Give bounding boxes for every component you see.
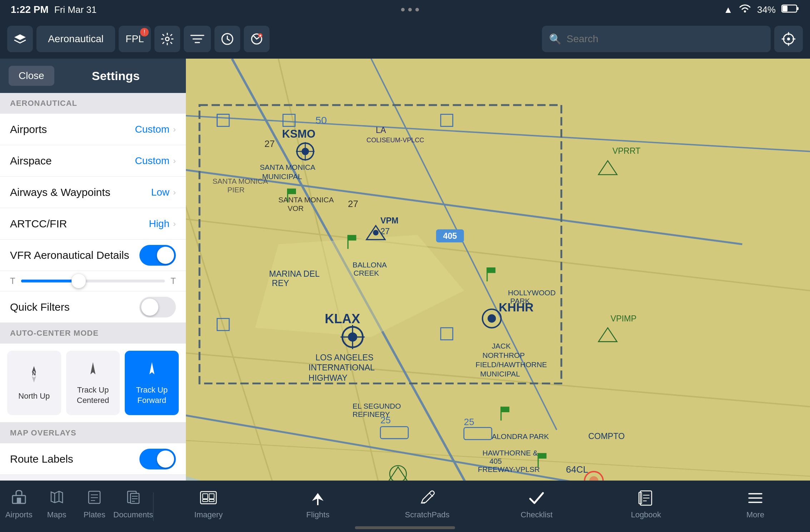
quick-filters-toggle-thumb (141, 299, 158, 316)
svg-text:VOR: VOR (288, 204, 304, 212)
route-labels-toggle-thumb (157, 450, 174, 468)
svg-point-54 (488, 314, 496, 322)
status-date: Fri Mar 31 (54, 4, 97, 15)
airways-row[interactable]: Airways & Waypoints Low › (0, 177, 186, 208)
recent-button[interactable]: ★ (244, 26, 270, 52)
filter-button[interactable] (184, 26, 211, 52)
route-labels-toggle[interactable] (139, 449, 176, 469)
quick-filters-toggle[interactable] (139, 297, 176, 317)
slider-thumb[interactable] (71, 274, 86, 288)
svg-text:INTERNATIONAL: INTERNATIONAL (308, 363, 375, 372)
slider-right-label: T (171, 276, 176, 286)
slider-fill (21, 280, 79, 282)
slider-row[interactable]: T T (0, 271, 186, 291)
slider-left-label: T (10, 276, 15, 286)
tab-logbook[interactable]: Logbook (591, 490, 701, 523)
tab-checklist[interactable]: Checklist (482, 490, 591, 523)
checklist-tab-icon (528, 490, 545, 507)
svg-text:64CL: 64CL (566, 464, 588, 474)
svg-text:LOS ANGELES: LOS ANGELES (316, 353, 374, 362)
tab-bar: Airports Maps Plates (0, 481, 810, 532)
svg-text:27: 27 (380, 227, 390, 236)
search-wrapper[interactable]: 🔍 (542, 26, 771, 52)
tab-flights[interactable]: Flights (263, 490, 372, 523)
tab-maps[interactable]: Maps (38, 490, 76, 523)
search-input[interactable] (567, 33, 764, 45)
wifi-icon (739, 4, 751, 16)
svg-marker-75 (598, 161, 617, 175)
my-location-button[interactable] (774, 26, 803, 52)
battery-percentage: 34% (757, 4, 776, 15)
close-button[interactable]: Close (9, 66, 54, 86)
fpl-button[interactable]: FPL ! (119, 26, 151, 52)
tab-documents[interactable]: Documents (113, 490, 153, 523)
svg-text:PIER: PIER (227, 186, 245, 194)
timer-button[interactable] (214, 26, 240, 52)
auto-center-header: AUTO-CENTER MODE (0, 323, 186, 344)
track-up-forward-button[interactable]: Track Up Forward (125, 351, 179, 415)
artcc-row[interactable]: ARTCC/FIR High › (0, 208, 186, 240)
north-up-button[interactable]: N North Up (7, 351, 61, 415)
svg-line-150 (429, 493, 433, 497)
airspace-label: Airspace (10, 155, 135, 167)
artcc-label: ARTCC/FIR (10, 218, 149, 230)
north-up-label: North Up (18, 391, 50, 402)
svg-rect-92 (464, 428, 492, 440)
airways-chevron: › (173, 187, 176, 197)
svg-point-15 (787, 38, 790, 40)
svg-text:BALLONA: BALLONA (352, 261, 387, 269)
svg-marker-79 (389, 467, 408, 481)
svg-line-21 (278, 59, 418, 481)
svg-text:SANTA MONICA: SANTA MONICA (278, 196, 334, 204)
svg-text:★: ★ (259, 34, 262, 38)
svg-rect-61 (288, 188, 296, 194)
airports-row[interactable]: Airports Custom › (0, 114, 186, 145)
svg-text:N: N (32, 371, 36, 376)
track-up-forward-icon (143, 360, 161, 381)
layers-button[interactable] (7, 26, 33, 52)
airports-tab-label: Airports (5, 510, 33, 519)
svg-rect-69 (538, 453, 546, 459)
svg-text:25: 25 (464, 417, 474, 427)
svg-point-4 (166, 37, 169, 41)
svg-rect-122 (283, 114, 295, 127)
tab-scratchpads[interactable]: ScratchPads (372, 490, 482, 523)
slider-track[interactable] (21, 280, 165, 282)
airspace-row[interactable]: Airspace Custom › (0, 145, 186, 177)
settings-button[interactable] (154, 26, 180, 52)
imagery-tab-icon (200, 490, 217, 507)
settings-header: Close Settings (0, 59, 186, 93)
tab-more[interactable]: More (701, 490, 810, 523)
vfr-toggle[interactable] (139, 245, 176, 266)
status-bar: 1:22 PM Fri Mar 31 ▲ 34% (0, 0, 810, 19)
aeronautical-button[interactable]: Aeronautical (36, 26, 115, 52)
svg-rect-93 (380, 427, 408, 439)
battery-icon (781, 4, 799, 16)
inactive-tab-group: Airports Maps Plates (0, 490, 153, 523)
svg-point-34 (297, 143, 314, 160)
svg-rect-147 (203, 499, 208, 502)
artcc-value: High (149, 218, 169, 230)
svg-line-30 (371, 59, 557, 430)
quick-filters-row: Quick Filters (0, 291, 186, 323)
aeronautical-section-header: AERONAUTICAL (0, 93, 186, 114)
track-up-centered-button[interactable]: Track Up Centered (66, 351, 120, 415)
svg-text:MARINA DEL: MARINA DEL (269, 269, 320, 279)
svg-text:27: 27 (265, 139, 275, 149)
track-up-centered-label: Track Up Centered (70, 385, 117, 405)
svg-text:EL SEGUNDO: EL SEGUNDO (352, 402, 401, 410)
tab-plates[interactable]: Plates (75, 490, 113, 523)
scratchpads-tab-icon (419, 490, 436, 507)
documents-tab-label: Documents (113, 510, 153, 519)
svg-text:ALONDRA PARK: ALONDRA PARK (492, 432, 549, 440)
svg-point-45 (342, 327, 363, 347)
artcc-chevron: › (173, 219, 176, 229)
tab-imagery[interactable]: Imagery (154, 490, 263, 523)
vfr-toggle-thumb (157, 247, 174, 264)
settings-content: AERONAUTICAL Airports Custom › Airspace … (0, 93, 186, 481)
svg-rect-145 (203, 494, 208, 499)
svg-rect-148 (209, 499, 214, 502)
svg-point-112 (589, 476, 598, 481)
tab-airports[interactable]: Airports (0, 490, 38, 523)
svg-text:KHHR: KHHR (499, 300, 533, 314)
